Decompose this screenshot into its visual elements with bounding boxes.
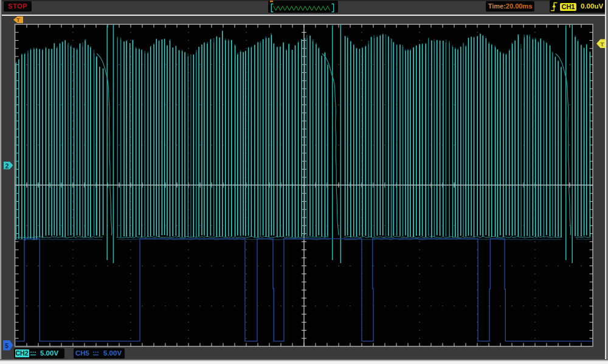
svg-text:T: T (16, 16, 20, 23)
svg-text:2: 2 (5, 163, 9, 170)
svg-text:T: T (601, 41, 604, 47)
svg-text:5: 5 (5, 343, 9, 349)
